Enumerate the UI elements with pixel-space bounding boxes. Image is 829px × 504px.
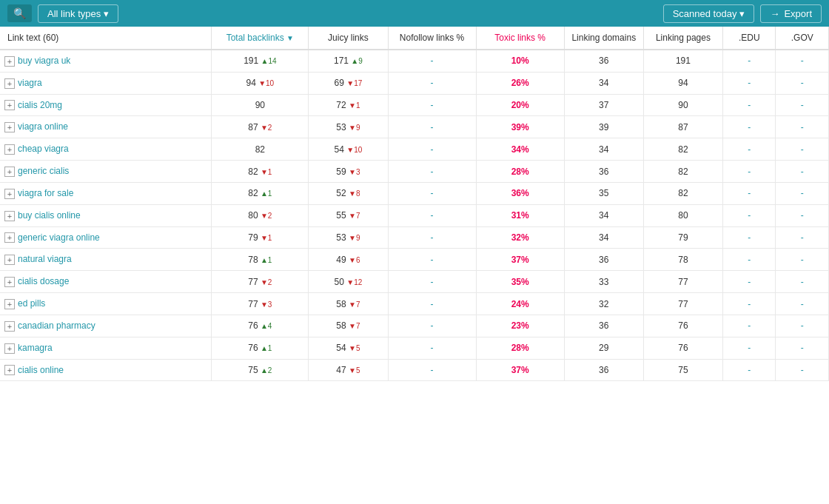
dash-value: - (801, 122, 804, 132)
cell-nofollow: - (388, 161, 476, 183)
cell-gov: - (776, 271, 829, 293)
link-text-value[interactable]: canadian pharmacy (18, 320, 95, 331)
expand-button[interactable]: + (4, 232, 15, 243)
scanned-label: Scanned today (673, 8, 737, 19)
link-text-value[interactable]: viagra for sale (18, 188, 73, 198)
expand-button[interactable]: + (4, 144, 15, 155)
expand-button[interactable]: + (4, 100, 15, 110)
cell-juicy-links: 54 ▼5 (309, 337, 388, 359)
cell-link-text: +viagra (0, 72, 212, 94)
cell-nofollow: - (388, 337, 476, 359)
export-label: Export (784, 8, 812, 19)
dash-value: - (431, 188, 434, 198)
scanned-dropdown[interactable]: Scanned today ▾ (663, 4, 755, 23)
cell-nofollow: - (388, 359, 476, 381)
dash-value: - (431, 365, 434, 375)
dash-value: - (801, 210, 804, 221)
cell-gov: - (776, 315, 829, 337)
cell-toxic: 24% (476, 293, 564, 315)
cell-nofollow: - (388, 94, 476, 116)
up-arrow-icon: ▲ (351, 57, 358, 65)
link-text-value[interactable]: viagra (18, 78, 42, 88)
expand-button[interactable]: + (4, 255, 15, 265)
cell-toxic: 26% (476, 72, 564, 94)
table-row: +buy viagra uk191 ▲14171 ▲9-10%36191-- (0, 50, 829, 72)
table-row: +cheap viagra8254 ▼10-34%3482-- (0, 138, 829, 161)
cell-gov: - (776, 182, 829, 204)
expand-button[interactable]: + (4, 56, 15, 67)
expand-button[interactable]: + (4, 321, 15, 332)
expand-button[interactable]: + (4, 277, 15, 287)
toxic-value: 35% (511, 277, 529, 287)
expand-button[interactable]: + (4, 343, 15, 354)
col-toxic-links: Toxic links % (476, 27, 564, 50)
search-button[interactable]: 🔍 (7, 4, 32, 22)
dash-value: - (748, 100, 751, 110)
down-arrow-icon: ▼ (349, 168, 356, 176)
down-arrow-icon: ▼ (349, 212, 356, 220)
link-text-value[interactable]: ed pills (18, 298, 45, 309)
link-type-dropdown[interactable]: All link types ▾ (38, 4, 118, 23)
cell-toxic: 10% (476, 50, 564, 72)
cell-nofollow: - (388, 116, 476, 138)
cell-total-backlinks: 79 ▼1 (212, 226, 309, 249)
link-text-value[interactable]: natural viagra (18, 254, 72, 264)
dash-value: - (748, 210, 751, 221)
cell-juicy-links: 53 ▼9 (309, 116, 388, 138)
cell-nofollow: - (388, 72, 476, 94)
link-text-value[interactable]: cialis online (18, 365, 64, 375)
cell-link-text: +generic viagra online (0, 226, 212, 249)
link-text-value[interactable]: buy cialis online (18, 210, 81, 221)
cell-toxic: 31% (476, 204, 564, 226)
link-text-value[interactable]: viagra online (18, 121, 68, 132)
link-text-value[interactable]: generic cialis (18, 166, 69, 176)
expand-button[interactable]: + (4, 299, 15, 309)
cell-gov: - (776, 226, 829, 249)
dash-value: - (431, 299, 434, 309)
cell-total-backlinks: 90 (212, 94, 309, 116)
cell-juicy-links: 49 ▼6 (309, 249, 388, 271)
table-row: +natural viagra78 ▲149 ▼6-37%3678-- (0, 249, 829, 271)
link-text-value[interactable]: cialis dosage (18, 276, 69, 286)
cell-total-backlinks: 76 ▲1 (212, 337, 309, 359)
cell-juicy-links: 69 ▼17 (309, 72, 388, 94)
link-text-value[interactable]: cheap viagra (18, 144, 69, 154)
cell-link-text: +canadian pharmacy (0, 315, 212, 337)
toxic-value: 28% (511, 343, 529, 353)
cell-total-backlinks: 80 ▼2 (212, 204, 309, 226)
cell-toxic: 37% (476, 249, 564, 271)
scanned-chevron: ▾ (739, 8, 745, 19)
dash-value: - (801, 232, 804, 243)
cell-gov: - (776, 72, 829, 94)
export-button[interactable]: → Export (760, 4, 822, 23)
sort-arrow-icon: ▼ (286, 34, 294, 42)
dash-value: - (801, 320, 804, 331)
expand-button[interactable]: + (4, 211, 15, 221)
expand-button[interactable]: + (4, 365, 15, 375)
cell-nofollow: - (388, 271, 476, 293)
expand-button[interactable]: + (4, 122, 15, 132)
cell-juicy-links: 72 ▼1 (309, 94, 388, 116)
dash-value: - (801, 365, 804, 375)
expand-button[interactable]: + (4, 78, 15, 89)
expand-button[interactable]: + (4, 167, 15, 177)
cell-toxic: 28% (476, 337, 564, 359)
link-text-value[interactable]: generic viagra online (18, 232, 100, 243)
cell-edu: - (723, 249, 776, 271)
dash-value: - (801, 100, 804, 110)
col-total-backlinks[interactable]: Total backlinks ▼ (212, 27, 309, 50)
toxic-value: 26% (511, 78, 529, 88)
cell-juicy-links: 55 ▼7 (309, 204, 388, 226)
link-text-value[interactable]: buy viagra uk (18, 56, 70, 66)
link-text-value[interactable]: kamagra (18, 343, 53, 353)
down-arrow-icon: ▼ (346, 278, 354, 286)
toolbar: 🔍 All link types ▾ Scanned today ▾ → Exp… (0, 0, 829, 27)
cell-nofollow: - (388, 204, 476, 226)
link-text-value[interactable]: cialis 20mg (18, 100, 62, 110)
cell-edu: - (723, 161, 776, 183)
cell-total-backlinks: 76 ▲4 (212, 315, 309, 337)
expand-button[interactable]: + (4, 189, 15, 199)
export-arrow-icon: → (770, 8, 779, 19)
cell-linking-pages: 94 (643, 72, 722, 94)
dash-value: - (801, 343, 804, 353)
